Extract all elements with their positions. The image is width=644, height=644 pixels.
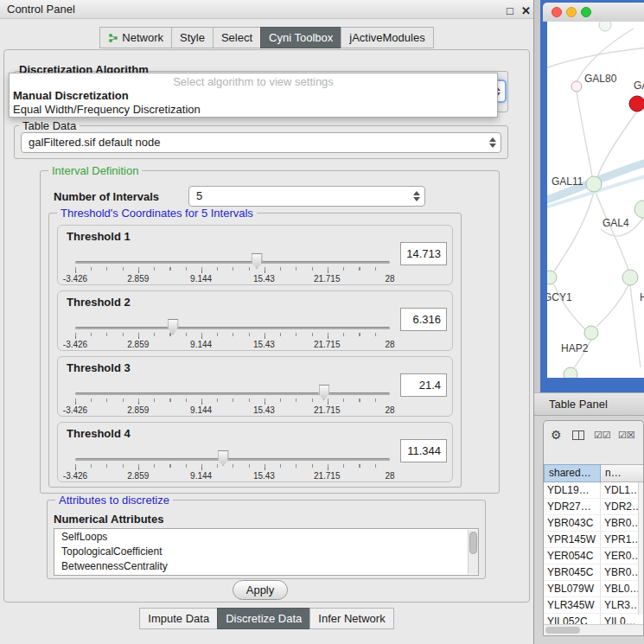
slider-tick-label: 9.144: [190, 405, 212, 415]
node-table-window: ⚙ ☑☑ ☑☒ shared… n… YDL19…YDL1… YDR27…YDR…: [543, 420, 644, 636]
table-row[interactable]: YLR345WYLR3…: [544, 597, 644, 614]
table-row[interactable]: YER054CYER0…: [544, 548, 644, 564]
network-icon: [108, 33, 118, 43]
list-vertical-scrollbar[interactable]: [468, 530, 478, 574]
table-row[interactable]: YBL079WYBL0…: [544, 581, 644, 597]
selection-mode-icon[interactable]: ☑☒: [618, 429, 635, 441]
menu-item-manual-discretization[interactable]: Manual Discretization: [10, 88, 497, 102]
tab-impute-data[interactable]: Impute Data: [139, 608, 218, 629]
network-node[interactable]: [571, 81, 582, 92]
threshold-1-panel: Threshold 1 -3.4262.8599.14415.4321.7152…: [57, 225, 453, 285]
node-label: GAL4: [603, 217, 629, 229]
tab-infer-network-label: Infer Network: [318, 612, 385, 625]
select-all-rows-icon[interactable]: ☑☑: [594, 429, 611, 441]
slider-track[interactable]: [75, 458, 390, 461]
node-label: GAL11: [552, 175, 583, 188]
cell[interactable]: YBL079W: [544, 581, 601, 596]
slider-tick-label: 21.715: [314, 405, 341, 415]
threshold-value-field[interactable]: 21.4: [400, 373, 447, 397]
tab-infer-network[interactable]: Infer Network: [309, 608, 393, 629]
tab-select-label: Select: [221, 31, 252, 44]
column-header-name[interactable]: n…: [601, 464, 644, 482]
table-panel-header: Table Panel: [534, 392, 644, 416]
float-window-icon[interactable]: □: [507, 2, 513, 21]
number-of-intervals-combobox[interactable]: 5: [188, 186, 425, 207]
apply-button[interactable]: Apply: [233, 580, 288, 600]
network-canvas[interactable]: GAL80 GA GAL11 GAL4 GCY1 H HAP2: [547, 22, 644, 378]
tab-select[interactable]: Select: [213, 27, 261, 48]
algorithm-placeholder: Select algorithm to view settings: [10, 73, 497, 88]
number-of-intervals-value: 5: [196, 189, 202, 202]
tab-network[interactable]: Network: [99, 27, 172, 48]
network-node[interactable]: [547, 271, 557, 284]
slider-minor-ticks: [75, 267, 391, 271]
network-node[interactable]: [564, 367, 577, 378]
table-data-combobox[interactable]: galFiltered.sif default node: [21, 132, 501, 153]
close-traffic-light-icon[interactable]: [552, 7, 562, 17]
cell[interactable]: YDL19…: [544, 482, 601, 498]
network-node[interactable]: [634, 201, 644, 218]
network-node[interactable]: [599, 22, 611, 31]
selected-network-node[interactable]: [629, 96, 644, 112]
threshold-slider[interactable]: -3.4262.8599.14415.4321.71528: [75, 447, 390, 481]
list-item[interactable]: SelfLoops: [54, 529, 478, 544]
network-node[interactable]: [586, 176, 602, 192]
tab-style[interactable]: Style: [171, 27, 214, 48]
cell[interactable]: YBR045C: [544, 564, 601, 580]
gear-icon[interactable]: ⚙: [551, 429, 562, 441]
threshold-label: Threshold 3: [67, 361, 131, 374]
cell[interactable]: YDR27…: [544, 499, 601, 514]
scrollbar-thumb[interactable]: [545, 627, 580, 634]
tab-jactivemodules[interactable]: jActiveModules: [341, 27, 433, 48]
node-label: GCY1: [547, 291, 572, 303]
slider-tick-label: 28: [385, 340, 394, 349]
top-tab-bar: Network Style Select Cyni Toolbox jActiv…: [0, 27, 534, 48]
list-item[interactable]: TopologicalCoefficient: [54, 544, 478, 558]
threshold-value-field[interactable]: 11.344: [400, 439, 447, 462]
threshold-value-field[interactable]: 6.316: [400, 308, 447, 331]
cell[interactable]: YPR145W: [544, 532, 601, 547]
cell[interactable]: YER054C: [544, 548, 601, 564]
combo-stepper-icon[interactable]: [489, 137, 496, 148]
threshold-value-field[interactable]: 14.713: [400, 242, 447, 265]
threshold-slider[interactable]: -3.4262.8599.14415.4321.71528: [75, 381, 390, 416]
threshold-4-panel: Threshold 4 -3.4262.8599.14415.4321.7152…: [57, 422, 453, 482]
network-node[interactable]: [622, 270, 638, 285]
network-graph: GAL80 GA GAL11 GAL4 GCY1 H HAP2: [547, 22, 644, 378]
slider-tick-label: -3.426: [63, 340, 87, 349]
table-row[interactable]: YPR145WYPR1…: [544, 532, 644, 548]
table-horizontal-scrollbar[interactable]: [544, 624, 644, 635]
combo-stepper-icon[interactable]: [413, 191, 420, 201]
tab-cyni-toolbox[interactable]: Cyni Toolbox: [260, 27, 341, 48]
table-data-value: galFiltered.sif default node: [29, 136, 160, 149]
cell[interactable]: YLR345W: [544, 597, 601, 613]
tab-discretize-data[interactable]: Discretize Data: [217, 608, 310, 629]
network-node[interactable]: [584, 326, 598, 340]
slider-tick-labels: -3.4262.8599.14415.4321.71528: [75, 405, 390, 416]
list-item[interactable]: BetweennessCentrality: [54, 558, 478, 573]
slider-tick-label: 9.144: [190, 274, 212, 284]
table-row[interactable]: YBR045CYBR0…: [544, 564, 644, 581]
zoom-traffic-light-icon[interactable]: [581, 7, 591, 17]
table-vertical-scrollbar[interactable]: [638, 482, 644, 615]
columns-icon[interactable]: [572, 430, 584, 440]
threshold-slider[interactable]: -3.4262.8599.14415.4321.71528: [75, 316, 390, 350]
number-of-intervals-label: Number of Intervals: [54, 190, 159, 203]
threshold-slider[interactable]: -3.4262.8599.14415.4321.71528: [75, 250, 390, 284]
table-row[interactable]: YDR27…YDR2…: [544, 499, 644, 515]
minimize-traffic-light-icon[interactable]: [566, 7, 577, 17]
column-header-shared-name[interactable]: shared…: [544, 464, 601, 482]
slider-tick-label: 28: [385, 471, 394, 481]
table-row[interactable]: YDL19…YDL1…: [544, 482, 644, 499]
menu-item-equal-width-discretization[interactable]: Equal Width/Frequency Discretization: [10, 102, 497, 116]
slider-track[interactable]: [75, 327, 390, 329]
slider-track[interactable]: [75, 392, 390, 395]
numerical-attributes-list: SelfLoops TopologicalCoefficient Between…: [54, 528, 479, 576]
table-row[interactable]: YBR043CYBR0…: [544, 515, 644, 532]
cell[interactable]: YBR043C: [544, 515, 601, 531]
close-window-icon[interactable]: ✕: [521, 2, 531, 21]
interval-definition-title: Interval Definition: [48, 164, 142, 177]
network-window-titlebar[interactable]: [543, 3, 644, 22]
scrollbar-thumb[interactable]: [469, 532, 477, 554]
slider-track[interactable]: [75, 261, 390, 264]
